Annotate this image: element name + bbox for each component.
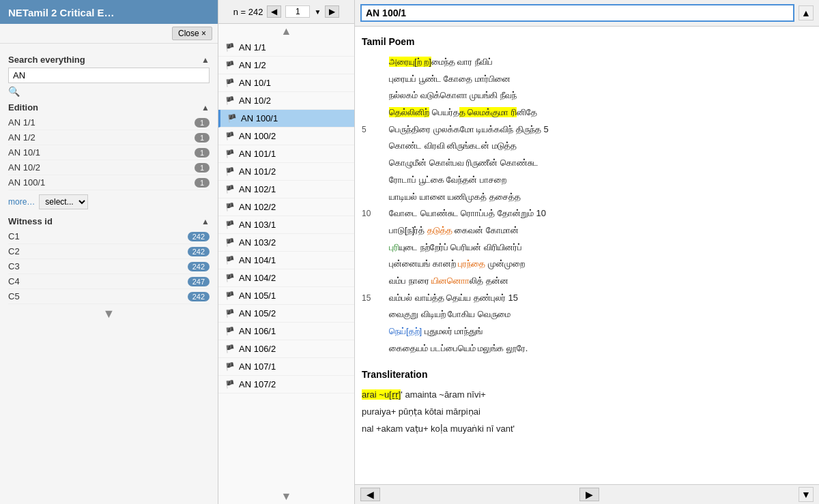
middle-item-label: AN 1/2	[239, 60, 266, 70]
more-link[interactable]: more…	[8, 197, 35, 207]
middle-item-label: AN 107/2	[239, 379, 276, 389]
middle-list-item[interactable]: 🏴AN 102/1	[218, 181, 354, 198]
witness-title: Witness id	[8, 216, 53, 226]
prev-page-btn[interactable]: ◀	[267, 5, 281, 18]
middle-item-label: AN 10/1	[239, 78, 271, 88]
poem-line: நெய்[தற்] புதுமலர் மாந்துங்	[362, 323, 805, 340]
middle-list-item[interactable]: 🏴AN 104/2	[218, 269, 354, 287]
line-number	[362, 138, 389, 155]
poem-line: யாடியல் யானை யணிமுகத் தசைத்த	[362, 189, 805, 206]
line-number	[362, 273, 389, 290]
transliteration-line: arai ~u[ṟṟ]' amainta ~āram nīvi+	[362, 387, 805, 404]
line-text: யாடியல் யானை யணிமுகத் தசைத்த	[389, 189, 805, 206]
search-input[interactable]	[8, 68, 210, 83]
edition-section-header: Edition ▲	[8, 102, 210, 113]
flag-icon: 🏴	[227, 114, 237, 123]
edition-select[interactable]: select...	[39, 194, 88, 209]
edition-item[interactable]: AN 100/11	[8, 175, 210, 190]
line-text: கொழுமீன் கொள்பவ ரிருணீன் கொண்சுட	[389, 155, 805, 172]
middle-list-item[interactable]: 🏴AN 106/1	[218, 323, 354, 340]
flag-icon: 🏴	[225, 309, 235, 318]
search-collapse-btn[interactable]: ▲	[201, 55, 210, 65]
next-page-btn[interactable]: ▶	[325, 5, 339, 18]
poem-line: பாடு[ந]ர்த் தடுத்த கைவன் கோமான்	[362, 222, 805, 239]
middle-item-label: AN 106/1	[239, 326, 276, 336]
middle-list-item[interactable]: 🏴AN 100/2	[218, 128, 354, 145]
middle-list-item[interactable]: 🏴AN 1/2	[218, 57, 354, 74]
search-icon-row: 🔍	[8, 86, 210, 97]
edition-item[interactable]: AN 10/21	[8, 160, 210, 175]
middle-list-item[interactable]: 🏴AN 1/1	[218, 39, 354, 57]
flag-icon: 🏴	[225, 96, 235, 105]
line-number	[362, 172, 389, 189]
middle-list-item[interactable]: 🏴AN 102/2	[218, 198, 354, 216]
middle-list-item[interactable]: 🏴AN 107/1	[218, 358, 354, 376]
middle-list-item[interactable]: 🏴AN 105/1	[218, 287, 354, 305]
poem-section-title: Tamil Poem	[362, 36, 805, 47]
right-nav-left-btn[interactable]: ◀	[360, 488, 380, 501]
line-text: புரியுடை நற்றேர்ப் பெரியன் விரியினர்ப்	[389, 239, 805, 256]
right-nav-right-btn[interactable]: ▶	[579, 488, 599, 501]
right-scroll-down-btn[interactable]: ▼	[799, 487, 814, 502]
transliteration-lines: arai ~u[ṟṟ]' amainta ~āram nīvi+puraiya+…	[362, 387, 805, 437]
line-text: நல்லகம் வடுக்கொளா முயங்கி நீவந்	[389, 87, 805, 104]
line-text: அரையு[ற் ற]மைந்த வார நீவிப்	[389, 54, 805, 71]
poem-line: கைதையம் படப்பையெம் மலுங்க லூரே.	[362, 340, 805, 357]
middle-list-item[interactable]: 🏴AN 104/1	[218, 252, 354, 269]
witness-item[interactable]: C4247	[8, 274, 210, 289]
middle-list-item[interactable]: 🏴AN 103/1	[218, 216, 354, 234]
witness-item[interactable]: C5242	[8, 289, 210, 304]
page-dropdown-icon[interactable]: ▼	[314, 8, 321, 16]
line-number	[362, 306, 389, 323]
line-number	[362, 71, 389, 88]
close-button[interactable]: Close ×	[172, 27, 212, 40]
witness-item[interactable]: C2242	[8, 244, 210, 259]
middle-list-item[interactable]: 🏴AN 107/2	[218, 376, 354, 394]
edition-item-label: AN 10/1	[8, 147, 40, 158]
line-number	[362, 155, 389, 172]
middle-list-item[interactable]: 🏴AN 101/1	[218, 145, 354, 163]
line-text: நெய்[தற்] புதுமலர் மாந்துங்	[389, 323, 805, 340]
line-text: கைதையம் படப்பையெம் மலுங்க லூரே.	[389, 340, 805, 357]
middle-list-item[interactable]: 🏴AN 103/2	[218, 234, 354, 252]
middle-list-item[interactable]: 🏴AN 10/1	[218, 74, 354, 92]
middle-item-label: AN 105/1	[239, 291, 276, 301]
app-title: NETamil 2 Critical E…	[0, 0, 218, 24]
line-number	[362, 87, 389, 104]
poem-line: அரையு[ற் ற]மைந்த வார நீவிப்	[362, 54, 805, 71]
edition-item[interactable]: AN 1/11	[8, 115, 210, 130]
right-scroll-up-btn[interactable]: ▲	[799, 5, 814, 20]
line-number	[362, 54, 389, 71]
middle-list-item[interactable]: 🏴AN 10/2	[218, 92, 354, 110]
search-section-header: Search everything ▲	[8, 55, 210, 65]
middle-scroll-up[interactable]: ▲	[218, 24, 354, 39]
middle-scroll-down[interactable]: ▼	[218, 489, 354, 504]
flag-icon: 🏴	[225, 256, 235, 265]
right-title-input[interactable]	[360, 4, 794, 22]
edition-collapse-btn[interactable]: ▲	[201, 103, 210, 113]
flag-icon: 🏴	[225, 291, 235, 300]
middle-item-label: AN 102/2	[239, 202, 276, 212]
transliteration-section: Transliteration arai ~u[ṟṟ]' amainta ~ār…	[362, 369, 805, 437]
witness-count-badge: 242	[188, 232, 210, 241]
line-number: 10	[362, 205, 389, 222]
witness-item[interactable]: C3242	[8, 259, 210, 274]
edition-count-badge: 1	[195, 118, 210, 128]
line-text: வோடை யொண்சுட ரொாப்பத் தோன்றும் 10	[389, 205, 805, 222]
witness-item[interactable]: C1242	[8, 229, 210, 244]
witness-item-label: C5	[8, 291, 20, 301]
transliteration-line-text: puraiya+ pūṇṭa kōtai mārpiṇai	[362, 404, 805, 421]
transliteration-line: puraiya+ pūṇṭa kōtai mārpiṇai	[362, 404, 805, 421]
edition-item[interactable]: AN 1/21	[8, 130, 210, 145]
middle-list-item[interactable]: 🏴AN 106/2	[218, 340, 354, 358]
edition-count-badge: 1	[195, 163, 210, 173]
middle-item-label: AN 104/1	[239, 255, 276, 265]
page-input[interactable]	[285, 5, 310, 18]
search-magnifier-icon[interactable]: 🔍	[8, 86, 20, 97]
middle-list-item[interactable]: 🏴AN 105/2	[218, 305, 354, 323]
edition-item[interactable]: AN 10/11	[8, 145, 210, 160]
witness-item-label: C2	[8, 246, 20, 256]
middle-list-item[interactable]: 🏴AN 100/1	[218, 110, 354, 128]
middle-list-item[interactable]: 🏴AN 101/2	[218, 163, 354, 181]
witness-collapse-btn[interactable]: ▲	[201, 217, 210, 226]
